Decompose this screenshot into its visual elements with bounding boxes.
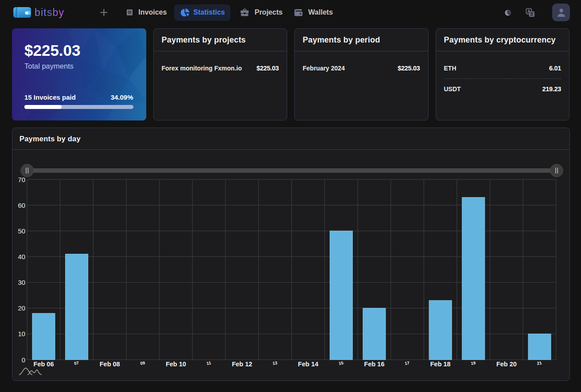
svg-text:13: 13 bbox=[272, 360, 277, 365]
svg-text:07: 07 bbox=[74, 360, 79, 365]
svg-text:17: 17 bbox=[405, 360, 410, 365]
svg-text:Feb 14: Feb 14 bbox=[298, 361, 318, 368]
svg-text:Feb 16: Feb 16 bbox=[364, 361, 385, 368]
svg-text:09: 09 bbox=[140, 360, 145, 365]
svg-text:20: 20 bbox=[18, 304, 26, 312]
svg-text:10: 10 bbox=[18, 330, 26, 338]
svg-text:30: 30 bbox=[18, 279, 26, 286]
svg-text:Feb 12: Feb 12 bbox=[232, 361, 252, 368]
svg-text:Feb 08: Feb 08 bbox=[100, 361, 120, 368]
svg-text:40: 40 bbox=[18, 253, 26, 260]
svg-text:Feb 06: Feb 06 bbox=[34, 361, 54, 368]
svg-text:0: 0 bbox=[22, 356, 25, 364]
svg-text:15: 15 bbox=[338, 360, 344, 365]
svg-text:19: 19 bbox=[471, 360, 476, 365]
svg-text:11: 11 bbox=[206, 360, 211, 365]
svg-text:70: 70 bbox=[18, 176, 26, 183]
svg-text:Feb 20: Feb 20 bbox=[496, 361, 517, 368]
svg-text:21: 21 bbox=[537, 360, 542, 365]
svg-text:Feb 10: Feb 10 bbox=[166, 361, 186, 368]
svg-text:60: 60 bbox=[18, 202, 26, 209]
svg-text:Feb 18: Feb 18 bbox=[430, 361, 451, 368]
svg-text:50: 50 bbox=[18, 227, 26, 235]
